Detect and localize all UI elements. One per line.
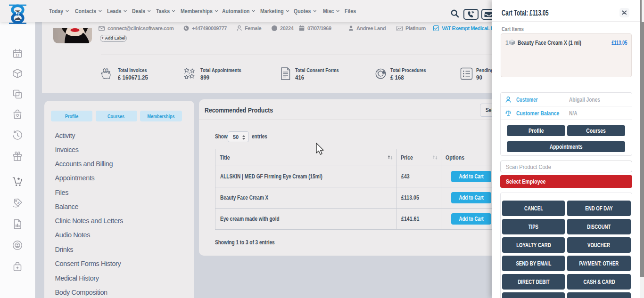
svg-text:$: $ (105, 68, 107, 72)
svg-text:12: 12 (16, 53, 19, 57)
